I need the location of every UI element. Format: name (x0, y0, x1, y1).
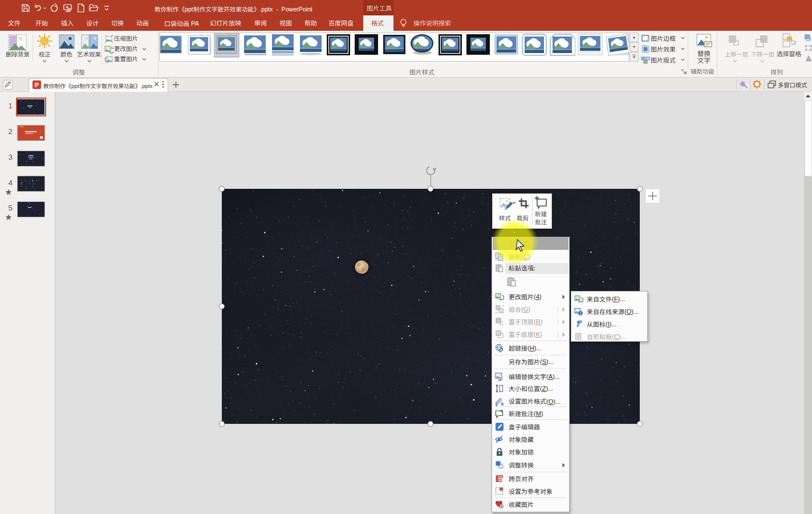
svg-text:P: P (35, 82, 39, 88)
